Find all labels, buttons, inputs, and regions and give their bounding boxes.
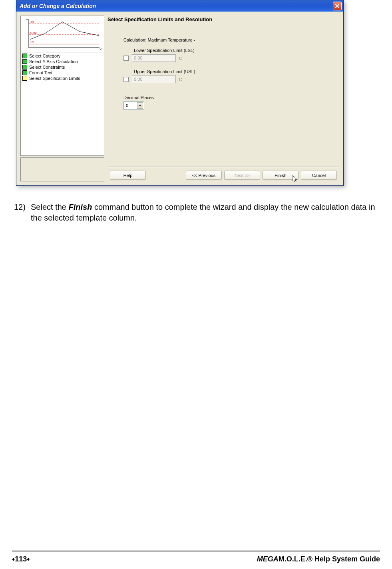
footer-title: MEGAM.O.L.E.® Help System Guide <box>257 555 380 563</box>
next-button: Next >> <box>224 171 260 180</box>
usl-input[interactable]: 0.00 <box>132 76 176 83</box>
cursor-icon <box>293 175 299 183</box>
dialog-screenshot: Add or Change a Calculation Y X <box>16 0 344 186</box>
graph-y-label: Y <box>26 18 28 22</box>
wizard-step-list: Select Category Select Y-Axis Calculatio… <box>20 52 104 156</box>
step-item-category[interactable]: Select Category <box>21 53 104 59</box>
step-item-format[interactable]: Format Text <box>21 70 104 76</box>
lsl-input[interactable]: 0.00 <box>132 54 176 62</box>
step-label: Select Specification Limits <box>29 76 80 81</box>
lsl-label: Lower Specification Limit (LSL) <box>134 48 339 53</box>
calculation-label: Calculation: Maximum Temperature - <box>123 38 339 42</box>
usl-label: Upper Specification Limit (USL) <box>134 69 339 74</box>
step-label: Format Text <box>29 70 52 75</box>
chevron-down-icon <box>137 102 143 109</box>
finish-button[interactable]: Finish <box>263 171 298 180</box>
instruction-number: 12) <box>14 202 31 223</box>
page-footer: ♦113♦ MEGAM.O.L.E.® Help System Guide <box>12 555 380 563</box>
step-item-yaxis[interactable]: Select Y-Axis Calculation <box>21 59 104 64</box>
usl-unit: C <box>179 77 182 82</box>
preview-graph: Y X USL X-bar LSL <box>20 16 104 52</box>
close-button[interactable] <box>333 2 342 10</box>
graph-lsl-label: LSL <box>30 41 35 44</box>
step-status-icon <box>22 65 27 70</box>
step-status-icon <box>22 59 27 64</box>
decimal-places-label: Decimal Places <box>123 95 339 100</box>
lsl-checkbox[interactable] <box>123 56 129 61</box>
wizard-button-row: Help << Previous Next >> Finish Cancel <box>107 167 339 181</box>
step-status-icon <box>22 54 27 58</box>
step-item-spec-limits[interactable]: Select Specification Limits <box>21 76 104 81</box>
step-label: Select Y-Axis Calculation <box>29 59 78 64</box>
close-icon <box>335 4 340 8</box>
graph-usl-label: USL <box>30 21 35 24</box>
usl-checkbox[interactable] <box>123 77 129 82</box>
left-panel-spacer <box>20 157 104 181</box>
previous-button[interactable]: << Previous <box>186 171 222 180</box>
graph-x-label: X <box>99 48 102 51</box>
panel-heading: Select Specification Limits and Resoluti… <box>107 16 339 26</box>
step-label: Select Category <box>29 54 60 58</box>
instruction-step-12: 12) Select the Finish command button to … <box>14 202 378 223</box>
cancel-button[interactable]: Cancel <box>301 171 337 180</box>
footer-divider <box>12 551 380 551</box>
svg-marker-5 <box>139 105 141 106</box>
decimal-places-select[interactable]: 0 <box>123 101 144 109</box>
svg-marker-6 <box>293 175 297 182</box>
window-title: Add or Change a Calculation <box>20 3 96 9</box>
decimal-places-value: 0 <box>126 103 128 108</box>
page-number: ♦113♦ <box>12 555 30 563</box>
help-button[interactable]: Help <box>110 171 146 180</box>
step-status-icon <box>22 76 27 81</box>
instruction-bold-word: Finish <box>69 203 92 211</box>
lsl-unit: C <box>179 56 182 61</box>
window-titlebar: Add or Change a Calculation <box>16 0 343 12</box>
step-item-constraints[interactable]: Select Constraints <box>21 64 104 70</box>
graph-xbar-label: X-bar <box>30 32 37 34</box>
step-status-icon <box>22 70 27 75</box>
step-label: Select Constraints <box>29 65 65 70</box>
instruction-text: Select the Finish command button to comp… <box>31 202 378 223</box>
